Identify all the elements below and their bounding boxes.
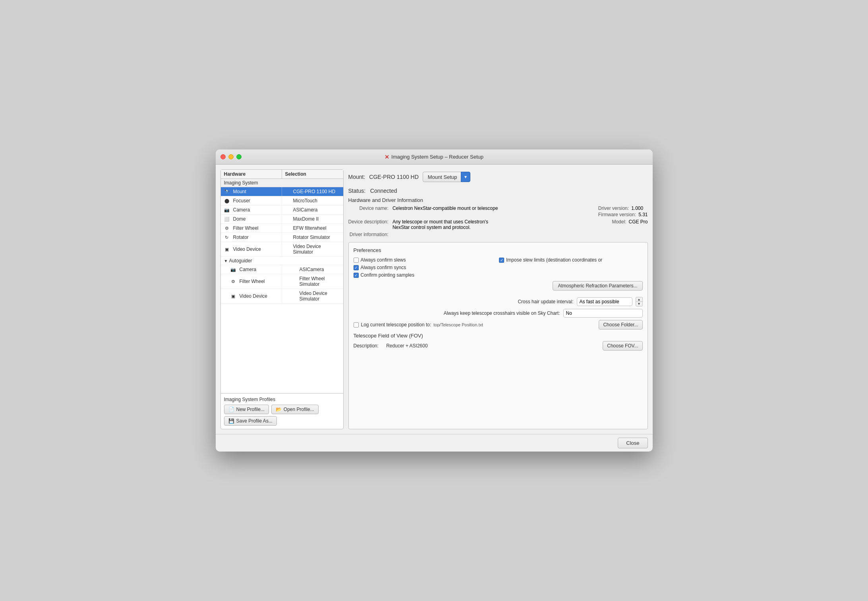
atm-refraction-button[interactable]: Atmospheric Refraction Parameters... [553, 281, 642, 291]
device-name-label: Device name: [348, 206, 389, 217]
tree-row-dome[interactable]: ⬜ Dome MaxDome II [221, 215, 343, 224]
impose-slew-limits-label: Impose slew limits (destination coordina… [506, 257, 602, 263]
checkbox-row-slew-limits: ✓ Impose slew limits (destination coordi… [499, 257, 643, 263]
checkbox-row-syncs: ✓ Always confirm syncs [354, 265, 497, 270]
autoguider-header[interactable]: ▼ Autoguider [221, 257, 343, 265]
maximize-traffic-light[interactable] [236, 154, 242, 159]
ag-filterwheel-label: Filter Wheel [240, 279, 265, 284]
filterwheel-name-label: Filter Wheel [233, 225, 259, 231]
log-row: Log current telescope position to: top/T… [354, 320, 643, 330]
atm-btn-row: Atmospheric Refraction Parameters... [354, 281, 643, 294]
mount-setup-button[interactable]: Mount Setup [423, 172, 462, 182]
ag-camera-icon: 📷 [230, 267, 236, 272]
camera-icon: 📷 [224, 207, 230, 213]
crosshair-input[interactable] [577, 297, 632, 306]
fov-title: Telescope Field of View (FOV) [354, 333, 643, 339]
title-text: Imaging System Setup – Reducer Setup [391, 154, 483, 160]
fov-section: Telescope Field of View (FOV) Descriptio… [354, 333, 643, 351]
hw-driver-section: Hardware and Driver Information Device n… [348, 197, 648, 239]
window-title: ✕ Imaging System Setup – Reducer Setup [385, 154, 483, 160]
tree-cell-dome-name: ⬜ Dome [221, 215, 282, 223]
mount-icon: 🔭 [224, 189, 230, 194]
close-button[interactable]: Close [618, 438, 648, 448]
tree-row-rotator[interactable]: ↻ Rotator Rotator Simulator [221, 233, 343, 242]
tree-cell-focuser-selection: MicroTouch [282, 196, 343, 205]
tree-row-videodevice[interactable]: ▣ Video Device Video Device Simulator [221, 242, 343, 257]
rotator-name-label: Rotator [233, 235, 249, 240]
dome-name-label: Dome [233, 216, 246, 222]
profiles-buttons: 📄 New Profile... 📂 Open Profile... 💾 Sav… [224, 405, 340, 426]
minimize-traffic-light[interactable] [228, 154, 234, 159]
model-label: Model: [612, 219, 626, 225]
driver-info-label: Driver information: [348, 232, 389, 237]
choose-folder-button[interactable]: Choose Folder... [599, 320, 642, 330]
always-confirm-syncs-label: Always confirm syncs [361, 265, 406, 270]
tree-row-ag-filterwheel[interactable]: ⚙ Filter Wheel Filter Wheel Simulator [221, 274, 343, 289]
filterwheel-icon: ⚙ [224, 225, 230, 231]
checkbox-row-pointing: ✓ Confirm pointing samples [354, 272, 497, 278]
tree-cell-filterwheel-name: ⚙ Filter Wheel [221, 224, 282, 233]
log-position-path: top/Telescope Position.txt [433, 322, 596, 327]
tree-cell-mount-name: 🔭 Mount [221, 187, 282, 196]
profiles-row-2: 💾 Save Profile As... [224, 416, 340, 426]
always-keep-input[interactable] [563, 309, 643, 318]
autoguider-label: Autoguider [229, 258, 252, 264]
mount-name-label: Mount [233, 189, 246, 194]
driver-version-label: Driver version: [598, 206, 629, 211]
log-position-checkbox[interactable] [354, 322, 359, 328]
new-profile-button[interactable]: 📄 New Profile... [224, 405, 269, 414]
mount-setup-group: Mount Setup ▾ [423, 172, 470, 182]
firmware-version-value: 5.31 [638, 212, 648, 217]
impose-slew-limits-checkbox[interactable]: ✓ [499, 258, 504, 263]
tree-cell-ag-camera-selection: ASICamera [282, 265, 343, 274]
choose-fov-button[interactable]: Choose FOV... [603, 341, 642, 351]
tree-cell-dome-selection: MaxDome II [282, 215, 343, 223]
rotator-icon: ↻ [224, 235, 230, 240]
camera-name-label: Camera [233, 207, 250, 213]
mount-name-value: CGE-PRO 1100 HD [369, 174, 418, 180]
tree-row-mount[interactable]: 🔭 Mount CGE-PRO 1100 HD [221, 187, 343, 196]
status-label: Status: [348, 188, 366, 194]
open-profile-label: Open Profile... [284, 407, 314, 412]
mount-setup-dropdown[interactable]: ▾ [461, 172, 470, 182]
always-confirm-slews-checkbox[interactable] [354, 258, 359, 263]
driver-info-value [392, 232, 648, 237]
preferences-box: Preferences Always confirm slews ✓ Alway… [348, 242, 648, 429]
crosshair-down-arrow[interactable]: ▼ [636, 302, 642, 306]
device-desc-label: Device description: [348, 219, 389, 225]
log-position-label: Log current telescope position to: [361, 322, 431, 328]
new-profile-icon: 📄 [228, 407, 234, 412]
save-profile-button[interactable]: 💾 Save Profile As... [224, 416, 277, 426]
tree-cell-camera-name: 📷 Camera [221, 206, 282, 214]
close-traffic-light[interactable] [220, 154, 226, 159]
ag-filterwheel-icon: ⚙ [230, 279, 236, 284]
tree-cell-focuser-name: ⬤ Focuser [221, 196, 282, 205]
tree-row-focuser[interactable]: ⬤ Focuser MicroTouch [221, 196, 343, 206]
hw-driver-title: Hardware and Driver Information [348, 197, 648, 203]
firmware-version-label: Firmware version: [598, 212, 636, 217]
tree-cell-videodevice-selection: Video Device Simulator [282, 242, 343, 256]
videodevice-name-label: Video Device [233, 246, 261, 252]
tree-row-ag-camera[interactable]: 📷 Camera ASICamera [221, 265, 343, 274]
tree-row-filterwheel[interactable]: ⚙ Filter Wheel EFW filterwheel [221, 224, 343, 233]
tree-cell-ag-camera-name: 📷 Camera [221, 265, 282, 274]
tree-cell-ag-filterwheel-name: ⚙ Filter Wheel [221, 274, 282, 289]
traffic-lights [220, 154, 242, 159]
dome-icon: ⬜ [224, 216, 230, 222]
right-panel: Mount: CGE-PRO 1100 HD Mount Setup ▾ Sta… [348, 169, 648, 429]
focuser-name-label: Focuser [233, 198, 250, 204]
footer: Close [216, 434, 653, 452]
fov-row: Description: Reducer + ASI2600 Choose FO… [354, 341, 643, 351]
always-confirm-syncs-checkbox[interactable]: ✓ [354, 265, 359, 270]
save-profile-label: Save Profile As... [236, 418, 273, 424]
titlebar: ✕ Imaging System Setup – Reducer Setup [216, 149, 653, 165]
imaging-system-label: Imaging System [221, 179, 343, 187]
always-keep-row: Always keep telescope crosshairs visible… [354, 309, 643, 318]
tree-cell-rotator-name: ↻ Rotator [221, 233, 282, 242]
open-profile-button[interactable]: 📂 Open Profile... [271, 405, 319, 414]
crosshair-up-arrow[interactable]: ▲ [636, 297, 642, 302]
tree-cell-rotator-selection: Rotator Simulator [282, 233, 343, 242]
confirm-pointing-checkbox[interactable]: ✓ [354, 273, 359, 278]
tree-row-ag-videodevice[interactable]: ▣ Video Device Video Device Simulator [221, 289, 343, 304]
tree-row-camera[interactable]: 📷 Camera ASICamera [221, 206, 343, 215]
